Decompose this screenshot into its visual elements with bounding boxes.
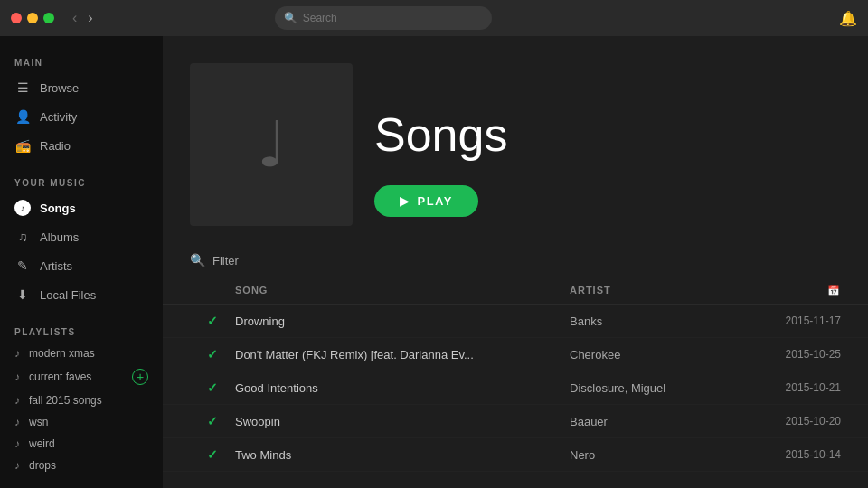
artists-label: Artists bbox=[40, 259, 72, 273]
playlists-section-label: PLAYLISTS bbox=[0, 320, 163, 343]
search-bar: 🔍 bbox=[275, 6, 492, 30]
minimize-button[interactable] bbox=[27, 13, 38, 23]
maximize-button[interactable] bbox=[43, 13, 54, 23]
date-column-header: 📅 bbox=[750, 285, 841, 296]
search-input[interactable] bbox=[303, 12, 483, 24]
playlist-item-wsn[interactable]: ♪ wsn bbox=[0, 411, 163, 433]
sidebar-item-albums[interactable]: ♫ Albums bbox=[0, 222, 163, 251]
browse-label: Browse bbox=[40, 81, 79, 95]
playlist-label: current faves bbox=[29, 371, 91, 383]
nav-arrows: ‹ › bbox=[69, 8, 97, 28]
check-cell: ✓ bbox=[190, 414, 235, 428]
playlist-music-icon: ♪ bbox=[14, 371, 20, 383]
artist-name: Disclosure, Miguel bbox=[570, 381, 750, 395]
table-row[interactable]: ✓ Drowning Banks 2015-11-17 bbox=[163, 305, 868, 338]
playlist-label: weird bbox=[29, 437, 55, 450]
sidebar-item-artists[interactable]: ✎ Artists bbox=[0, 251, 163, 280]
artist-column-header: ARTIST bbox=[570, 285, 750, 296]
sidebar-item-radio[interactable]: 📻 Radio bbox=[0, 131, 163, 160]
sidebar-item-local-files[interactable]: ⬇ Local Files bbox=[0, 280, 163, 309]
notification-bell-icon[interactable]: 🔔 bbox=[839, 10, 857, 27]
albums-label: Albums bbox=[40, 230, 79, 244]
play-button-label: PLAY bbox=[418, 194, 453, 208]
check-cell: ✓ bbox=[190, 380, 235, 395]
sidebar-item-songs[interactable]: ♪ Songs bbox=[0, 193, 163, 222]
songs-info: Songs ▶ PLAY bbox=[374, 63, 507, 226]
table-row[interactable]: ✓ Don't Matter (FKJ Remix) [feat. Darian… bbox=[163, 338, 868, 371]
check-cell: ✓ bbox=[190, 447, 235, 462]
content-area: ♩ Songs ▶ PLAY 🔍 Filter SONG ARTIST � bbox=[163, 36, 868, 488]
sidebar-item-browse[interactable]: ☰ Browse bbox=[0, 73, 163, 102]
date-cell: 2015-10-25 bbox=[750, 348, 841, 361]
playlist-music-icon: ♪ bbox=[14, 416, 20, 428]
play-triangle-icon: ▶ bbox=[400, 194, 410, 208]
playlist-music-icon: ♪ bbox=[14, 394, 20, 407]
playlist-item-weird[interactable]: ♪ weird bbox=[0, 433, 163, 455]
back-arrow[interactable]: ‹ bbox=[69, 8, 80, 28]
date-cell: 2015-11-17 bbox=[750, 314, 841, 327]
date-cell: 2015-10-21 bbox=[750, 381, 841, 394]
your-music-section-label: YOUR MUSIC bbox=[0, 171, 163, 193]
sidebar-item-activity[interactable]: 👤 Activity bbox=[0, 102, 163, 131]
titlebar: ‹ › 🔍 🔔 bbox=[0, 0, 868, 36]
artist-name: Nero bbox=[570, 448, 750, 462]
songs-list: ✓ Drowning Banks 2015-11-17 ✓ Don't Matt… bbox=[163, 305, 868, 472]
table-row[interactable]: ✓ Good Intentions Disclosure, Miguel 201… bbox=[163, 371, 868, 405]
playlist-item-modern-xmas[interactable]: ♪ modern xmas bbox=[0, 343, 163, 364]
song-title: Swoopin bbox=[235, 415, 570, 428]
page-title: Songs bbox=[374, 111, 507, 158]
browse-icon: ☰ bbox=[14, 80, 31, 96]
song-title: Good Intentions bbox=[235, 381, 570, 395]
local-files-icon: ⬇ bbox=[14, 286, 31, 303]
songs-icon: ♪ bbox=[14, 200, 31, 216]
songs-artwork: ♩ bbox=[190, 63, 353, 226]
play-button[interactable]: ▶ PLAY bbox=[374, 185, 478, 217]
song-title: Drowning bbox=[235, 314, 570, 328]
playlist-label: fall 2015 songs bbox=[29, 394, 102, 407]
radio-icon: 📻 bbox=[14, 137, 31, 154]
playlist-music-icon: ♪ bbox=[14, 437, 20, 450]
playlist-item-drops[interactable]: ♪ drops bbox=[0, 455, 163, 476]
albums-icon: ♫ bbox=[14, 229, 31, 245]
date-cell: 2015-10-20 bbox=[750, 415, 841, 427]
activity-label: Activity bbox=[40, 110, 77, 124]
playlist-label: modern xmas bbox=[29, 347, 95, 360]
artist-name: Cherokee bbox=[570, 348, 750, 361]
songs-table: SONG ARTIST 📅 ✓ Drowning Banks 2015-11-1… bbox=[163, 277, 868, 472]
songs-label: Songs bbox=[40, 202, 76, 215]
filter-search-icon: 🔍 bbox=[190, 253, 205, 267]
playlist-item-current-faves[interactable]: ♪ current faves + bbox=[0, 364, 163, 389]
calendar-icon: 📅 bbox=[827, 285, 841, 296]
playlist-item-fall-2015[interactable]: ♪ fall 2015 songs bbox=[0, 389, 163, 411]
check-cell: ✓ bbox=[190, 314, 235, 328]
main-layout: MAIN ☰ Browse 👤 Activity 📻 Radio YOUR MU… bbox=[0, 36, 868, 488]
sidebar: MAIN ☰ Browse 👤 Activity 📻 Radio YOUR MU… bbox=[0, 36, 163, 488]
songs-header: ♩ Songs ▶ PLAY bbox=[163, 36, 868, 244]
table-row[interactable]: ✓ Swoopin Baauer 2015-10-20 bbox=[163, 405, 868, 438]
add-playlist-button[interactable]: + bbox=[132, 369, 148, 385]
radio-label: Radio bbox=[40, 139, 71, 153]
artist-name: Banks bbox=[570, 314, 750, 328]
playlist-label: wsn bbox=[29, 416, 48, 428]
table-row[interactable]: ✓ Two Minds Nero 2015-10-14 bbox=[163, 438, 868, 472]
song-title: Two Minds bbox=[235, 448, 570, 462]
traffic-lights bbox=[11, 13, 54, 23]
music-note-icon: ♩ bbox=[257, 108, 287, 182]
song-column-header: SONG bbox=[235, 285, 570, 296]
artist-name: Baauer bbox=[570, 415, 750, 428]
forward-arrow[interactable]: › bbox=[84, 8, 96, 28]
table-header: SONG ARTIST 📅 bbox=[163, 277, 868, 305]
check-cell: ✓ bbox=[190, 347, 235, 361]
filter-row: 🔍 Filter bbox=[163, 244, 868, 277]
playlist-music-icon: ♪ bbox=[14, 459, 20, 472]
date-cell: 2015-10-14 bbox=[750, 448, 841, 461]
main-section-label: MAIN bbox=[0, 51, 163, 73]
filter-label[interactable]: Filter bbox=[212, 254, 239, 267]
playlist-label: drops bbox=[29, 459, 56, 472]
search-icon: 🔍 bbox=[284, 12, 297, 24]
activity-icon: 👤 bbox=[14, 108, 31, 125]
local-files-label: Local Files bbox=[40, 288, 96, 302]
close-button[interactable] bbox=[11, 13, 22, 23]
artists-icon: ✎ bbox=[14, 258, 31, 274]
song-title: Don't Matter (FKJ Remix) [feat. Darianna… bbox=[235, 348, 570, 361]
